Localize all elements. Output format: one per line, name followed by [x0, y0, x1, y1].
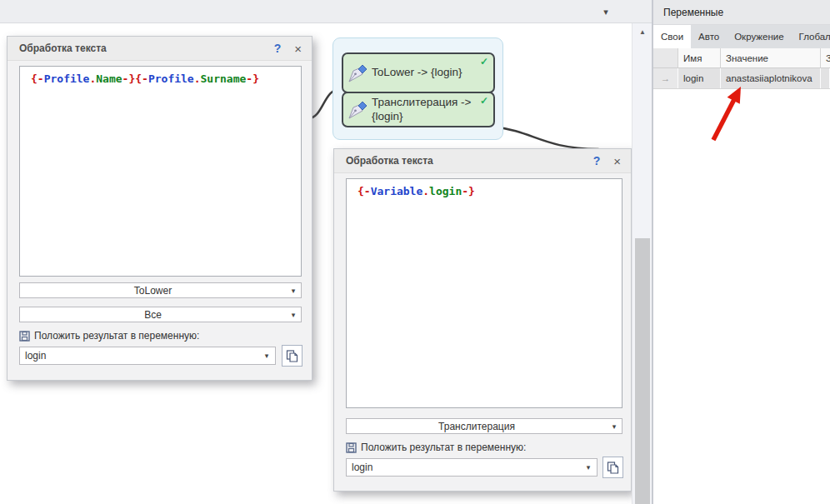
variables-table-header: Имя Значение З [653, 48, 830, 68]
variable-combobox[interactable]: login ▾ [19, 347, 276, 365]
tab-globalnye[interactable]: Глобальные [792, 25, 830, 48]
chevron-down-icon: ▾ [580, 463, 597, 472]
scope-dropdown[interactable]: Все ▾ [19, 307, 302, 322]
chevron-down-icon: ▾ [286, 311, 301, 319]
header-extra: З [821, 48, 830, 67]
chevron-down-icon[interactable]: ▾ [598, 4, 614, 19]
variable-combobox-value: login [347, 462, 580, 473]
result-label-row: Положить результат в переменную: [346, 442, 526, 453]
check-icon: ✓ [480, 56, 488, 67]
variable-combobox-value: login [20, 350, 258, 362]
tab-okruzhenie[interactable]: Окружение [727, 25, 791, 48]
close-icon[interactable]: × [613, 154, 621, 168]
canvas-top-bar: ▾ [0, 0, 652, 23]
node-tolower[interactable]: ToLower -> {login} ✓ [342, 52, 495, 93]
pen-icon [343, 99, 372, 121]
macro-text-input[interactable]: {-Variable.login-} [346, 178, 622, 408]
scope-dropdown-value: Все [20, 309, 286, 321]
tab-svoi[interactable]: Свои [653, 25, 691, 48]
variable-combobox[interactable]: login ▾ [346, 458, 598, 477]
result-label: Положить результат в переменную: [34, 330, 199, 342]
variables-tabs: Свои Авто Окружение Глобальные [653, 25, 830, 48]
variables-panel-header: Переменные [653, 0, 830, 25]
text-processing-dialog-2: Обработка текста ? × {-Variable.login-} … [333, 148, 632, 492]
variable-name-cell[interactable]: login [678, 68, 721, 88]
variable-extra-cell[interactable] [821, 68, 830, 88]
node-transliteration[interactable]: Транслитерация -> {login} ✓ [342, 92, 495, 127]
save-icon [346, 442, 357, 453]
action-dropdown-value: ToLower [20, 285, 286, 297]
check-icon: ✓ [480, 95, 488, 107]
dialog-title: Обработка текста [19, 42, 274, 54]
dialog-title-bar[interactable]: Обработка текста ? × [8, 37, 312, 61]
copy-button[interactable] [602, 457, 623, 478]
variables-panel: Переменные Свои Авто Окружение Глобальны… [652, 0, 830, 504]
header-row-selector [653, 48, 678, 67]
copy-button[interactable] [282, 345, 302, 367]
header-value: Значение [721, 48, 821, 67]
vertical-scrollbar[interactable]: ▲ [632, 23, 652, 504]
flowchart-canvas[interactable]: ToLower -> {login} ✓ Транслитерация -> {… [0, 23, 632, 504]
save-icon [19, 331, 30, 342]
action-group[interactable]: ToLower -> {login} ✓ Транслитерация -> {… [332, 37, 503, 140]
row-arrow-icon: → [653, 68, 678, 88]
chevron-down-icon: ▾ [258, 352, 275, 360]
header-name: Имя [678, 48, 721, 67]
table-row[interactable]: → login anastasiiaplotnikova [653, 68, 830, 89]
dialog-title: Обработка текста [346, 155, 593, 167]
result-label-row: Положить результат в переменную: [19, 330, 199, 342]
scroll-up-icon[interactable]: ▲ [632, 25, 652, 40]
connector-right[interactable] [493, 127, 598, 149]
tab-avto[interactable]: Авто [691, 25, 727, 48]
result-label: Положить результат в переменную: [361, 442, 526, 453]
scrollbar-thumb[interactable] [635, 238, 650, 504]
node-label: Транслитерация -> {login} [372, 96, 493, 124]
action-dropdown[interactable]: ToLower ▾ [19, 282, 302, 298]
action-dropdown[interactable]: Транслитерация ▾ [346, 418, 622, 434]
variable-value-cell[interactable]: anastasiiaplotnikova [721, 68, 821, 88]
macro-text-input[interactable]: {-Profile.Name-}{-Profile.Surname-} [19, 66, 302, 277]
help-icon[interactable]: ? [274, 42, 282, 55]
close-icon[interactable]: × [294, 42, 302, 56]
help-icon[interactable]: ? [593, 154, 601, 167]
chevron-down-icon: ▾ [286, 287, 301, 295]
chevron-down-icon: ▾ [607, 422, 622, 431]
copy-icon [607, 462, 619, 474]
copy-icon [286, 350, 298, 362]
dialog-title-bar[interactable]: Обработка текста ? × [334, 149, 631, 173]
text-processing-dialog-1: Обработка текста ? × {-Profile.Name-}{-P… [7, 36, 312, 381]
node-label: ToLower -> {login} [372, 66, 475, 80]
action-dropdown-value: Транслитерация [347, 421, 607, 432]
pen-icon [343, 62, 372, 84]
